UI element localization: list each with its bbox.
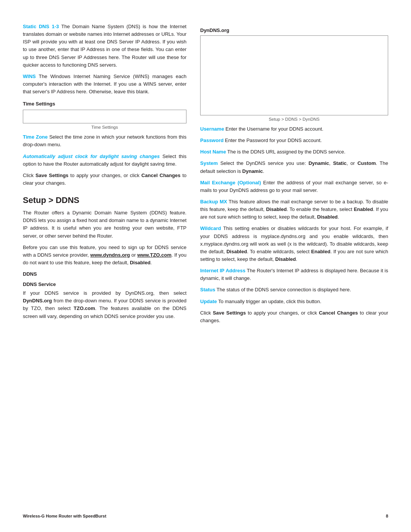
mail-exchange-paragraph: Mail Exchange (Optional) Enter the addre… — [200, 179, 388, 194]
time-settings-caption: Time Settings — [23, 125, 186, 129]
update-heading: Update — [200, 299, 217, 304]
two-column-layout: Static DNS 1-3 The Domain Name System (D… — [23, 23, 388, 328]
ddns-service-heading: DDNS Service — [23, 281, 186, 287]
username-heading: Username — [200, 126, 224, 132]
save-settings-right-bold1: Save Settings — [213, 310, 246, 316]
dyndns-link: www.dyndns.org — [90, 252, 130, 258]
footer-page-number: 8 — [386, 514, 388, 518]
page: Static DNS 1-3 The Domain Name System (D… — [0, 0, 411, 532]
backup-disabled2: Disabled — [317, 214, 338, 220]
system-custom: Custom — [357, 160, 376, 166]
time-settings-image-box — [23, 110, 186, 123]
before-use-end: . — [150, 260, 152, 265]
save-settings-left: Click Save Settings to apply your change… — [23, 172, 186, 187]
update-paragraph: Update To manually trigger an update, cl… — [200, 298, 388, 305]
wildcard-disabled: Disabled — [226, 249, 247, 254]
update-body: To manually trigger an update, click thi… — [217, 299, 321, 304]
save-settings-right-bold2: Cancel Changes — [319, 310, 358, 316]
backup-mx-paragraph: Backup MX This feature allows the mail e… — [200, 198, 388, 221]
wins-paragraph: WINS The Windows Internet Naming Service… — [23, 73, 186, 96]
save-settings-right-pre: Click — [200, 310, 213, 316]
status-body: The status of the DDNS service connectio… — [215, 287, 351, 292]
host-name-heading: Host Name — [200, 149, 226, 155]
wins-heading: WINS — [23, 73, 36, 79]
tzo-bold: TZO.com — [74, 305, 95, 311]
mail-exchange-heading: Mail Exchange (Optional) — [200, 180, 261, 185]
setup-ddns-body: The Router offers a Dynamic Domain Name … — [23, 209, 186, 240]
save-settings-right-mid: to apply your changes, or click — [246, 310, 319, 316]
username-body: Enter the Username for your DDNS account… — [224, 126, 323, 132]
setup-ddns-heading: Setup > DDNS — [23, 195, 186, 205]
wildcard-disabled2: Disabled — [275, 256, 296, 262]
backup-mx-heading: Backup MX — [200, 199, 227, 204]
dyndns-org-bold: DynDNS.org — [23, 298, 52, 304]
system-dynamic: Dynamic — [309, 160, 329, 166]
wildcard-end: . — [296, 256, 297, 262]
time-zone-heading: Time Zone — [23, 134, 48, 140]
save-settings-bold2: Cancel Changes — [142, 173, 181, 178]
system-or: , or — [347, 160, 358, 166]
host-name-paragraph: Host Name The is the DDNS URL assigned b… — [200, 148, 388, 156]
save-settings-right: Click Save Settings to apply your change… — [200, 309, 388, 324]
password-heading: Password — [200, 137, 223, 143]
wildcard-enabled: Enabled — [311, 249, 331, 254]
dyndns-screenshot-box — [200, 35, 388, 115]
tzo-link: www.TZO.com — [137, 252, 172, 258]
backup-mx-body2: . To enable the feature, select — [287, 206, 354, 212]
save-settings-pre: Click — [23, 173, 35, 178]
save-settings-mid: to apply your changes, or click — [68, 173, 142, 178]
left-column: Static DNS 1-3 The Domain Name System (D… — [23, 23, 186, 328]
ddns-service-body1: If your DDNS service is provided by DynD… — [23, 290, 186, 296]
host-name-body: The is the DDNS URL assigned by the DDNS… — [226, 149, 346, 155]
wildcard-paragraph: Wildcard This setting enables or disable… — [200, 225, 388, 263]
time-zone-body: Select the time zone in which your netwo… — [23, 134, 186, 147]
time-settings-section-heading: Time Settings — [23, 101, 186, 107]
or-text: or — [130, 252, 137, 258]
username-paragraph: Username Enter the Username for your DDN… — [200, 125, 388, 133]
ddns-heading: DDNS — [23, 271, 186, 277]
disabled-bold: Disabled — [130, 260, 150, 265]
password-body: Enter the Password for your DDNS account… — [223, 137, 322, 143]
page-footer: Wireless-G Home Router with SpeedBurst 8 — [23, 514, 388, 518]
internet-ip-paragraph: Internet IP Address The Router's Interne… — [200, 267, 388, 282]
static-dns-body: The Domain Name System (DNS) is how the … — [23, 24, 186, 68]
backup-disabled: Disabled — [266, 206, 287, 212]
auto-adjust-paragraph: Automatically adjust clock for daylight … — [23, 153, 186, 168]
static-dns-heading: Static DNS 1-3 — [23, 24, 59, 29]
status-paragraph: Status The status of the DDNS service co… — [200, 286, 388, 294]
backup-enabled: Enabled — [354, 206, 373, 212]
right-column: DynDNS.org Setup > DDNS > DynDNS Usernam… — [200, 23, 388, 328]
ddns-service-paragraph: If your DDNS service is provided by DynD… — [23, 289, 186, 320]
time-zone-paragraph: Time Zone Select the time zone in which … — [23, 133, 186, 149]
internet-ip-heading: Internet IP Address — [200, 268, 245, 273]
system-comma: , — [329, 160, 333, 166]
system-body1: Select the DynDNS service you use: — [218, 160, 308, 166]
wildcard-body2: . To enable wildcards, select — [247, 249, 311, 254]
system-heading: System — [200, 160, 218, 166]
save-settings-bold1: Save Settings — [35, 173, 68, 178]
system-paragraph: System Select the DynDNS service you use… — [200, 160, 388, 175]
static-dns-paragraph: Static DNS 1-3 The Domain Name System (D… — [23, 23, 186, 69]
system-dynamic2: Dynamic — [242, 168, 263, 174]
system-end: . — [263, 168, 264, 174]
dyndns-org-label: DynDNS.org — [200, 27, 388, 33]
before-use-paragraph: Before you can use this feature, you nee… — [23, 244, 186, 267]
password-paragraph: Password Enter the Password for your DDN… — [200, 137, 388, 144]
wildcard-heading: Wildcard — [200, 225, 221, 231]
image-caption: Setup > DDNS > DynDNS — [200, 117, 388, 121]
status-heading: Status — [200, 287, 215, 292]
wins-body: The Windows Internet Naming Service (WIN… — [23, 73, 186, 94]
system-static: Static — [333, 160, 346, 166]
footer-product-name: Wireless-G Home Router with SpeedBurst — [23, 514, 106, 518]
auto-adjust-heading: Automatically adjust clock for daylight … — [23, 153, 160, 159]
backup-end: . — [338, 214, 339, 220]
